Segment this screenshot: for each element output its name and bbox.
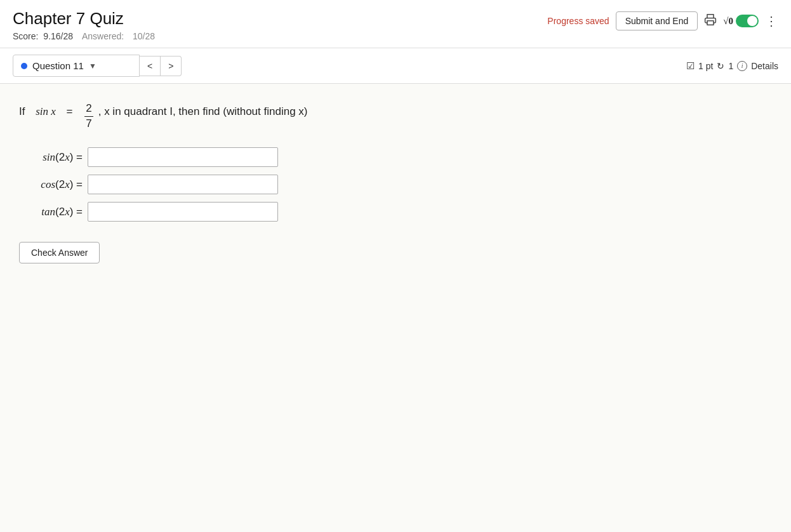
fraction: 2 7 [84, 103, 93, 130]
equals-sign: = [67, 103, 73, 120]
fraction-denominator: 7 [84, 117, 93, 130]
question-nav-left: Question 11 ▼ < > [13, 55, 182, 77]
main-content: If sin x = 2 7 , x in quadrant I, then f… [0, 84, 791, 532]
question-nav: Question 11 ▼ < > ☑ 1 pt ↻ 1 i Details [0, 48, 791, 84]
more-options-icon[interactable]: ⋮ [765, 13, 778, 29]
cos2x-input[interactable] [88, 175, 278, 194]
fraction-numerator: 2 [84, 103, 93, 117]
question-prefix: If [19, 103, 25, 120]
submit-and-end-button[interactable]: Submit and End [616, 11, 698, 30]
question-status-dot [21, 63, 27, 69]
score-value: 9.16/28 [43, 31, 73, 41]
sin-x-label: sin x [36, 103, 56, 120]
sqrt-icon: √0 [723, 16, 733, 27]
answered-label: Answered: [82, 31, 124, 41]
undo-count: 1 [728, 61, 733, 71]
sqrt-toggle[interactable]: √0 [723, 15, 759, 27]
header-subtitle: Score: 9.16/28 Answered: 10/28 [13, 31, 155, 41]
prev-question-button[interactable]: < [140, 56, 161, 76]
check-answer-button[interactable]: Check Answer [19, 242, 100, 263]
header: Chapter 7 Quiz Score: 9.16/28 Answered: … [0, 0, 791, 48]
cos2x-label: cos(2x) = [19, 178, 83, 191]
progress-saved-text: Progress saved [547, 16, 609, 26]
tan2x-row: tan(2x) = [19, 202, 772, 222]
checkbox-icon: ☑ [686, 60, 695, 72]
cos2x-row: cos(2x) = [19, 175, 772, 194]
undo-icon: ↻ [717, 61, 724, 71]
points-badge: 1 pt [698, 61, 713, 71]
svg-rect-0 [707, 20, 714, 25]
sin2x-label: sin(2x) = [19, 151, 83, 164]
sin2x-input[interactable] [88, 147, 278, 167]
question-nav-right: ☑ 1 pt ↻ 1 i Details [686, 60, 778, 72]
print-icon[interactable] [704, 13, 717, 29]
tan2x-label: tan(2x) = [19, 206, 83, 218]
question-label: Question 11 [32, 60, 84, 71]
sin2x-row: sin(2x) = [19, 147, 772, 167]
tan2x-input[interactable] [88, 202, 278, 222]
toggle-switch[interactable] [736, 15, 759, 27]
answered-value: 10/28 [133, 31, 155, 41]
header-left: Chapter 7 Quiz Score: 9.16/28 Answered: … [13, 9, 155, 41]
question-dropdown[interactable]: Question 11 ▼ [13, 55, 140, 77]
info-icon[interactable]: i [737, 61, 747, 71]
header-right: Progress saved Submit and End √0 ⋮ [547, 11, 778, 30]
next-question-button[interactable]: > [161, 56, 182, 76]
chevron-down-icon: ▼ [89, 62, 96, 70]
page-title: Chapter 7 Quiz [13, 9, 155, 29]
question-text: If sin x = 2 7 , x in quadrant I, then f… [19, 103, 772, 130]
score-label: Score: [13, 31, 38, 41]
details-link[interactable]: Details [751, 61, 778, 71]
question-suffix: , x in quadrant I, then find (without fi… [98, 103, 308, 120]
